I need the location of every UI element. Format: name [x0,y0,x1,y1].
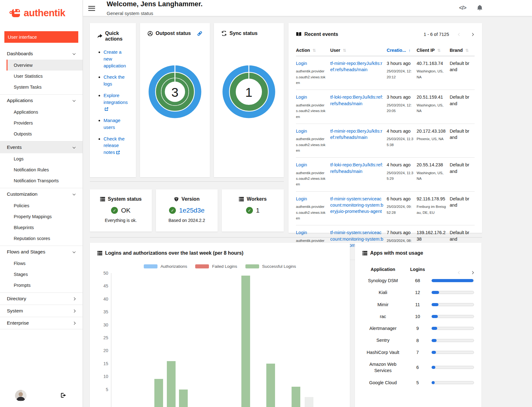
legend-label: Successful Logins [262,264,296,269]
sidebar-item-reputation-scores[interactable]: Reputation scores [0,233,83,244]
event-ip: 139.162.176.238 [417,229,447,242]
hamburger-menu-icon[interactable] [88,5,95,12]
column-header-user[interactable]: User⇅ [330,45,387,56]
sort-icon[interactable]: ⇅ [437,48,441,53]
check-circle-icon: ✓ [246,207,253,214]
previous-page-button[interactable] [457,31,462,38]
sidebar-item-outposts[interactable]: Outposts [0,128,83,139]
event-user-link[interactable]: tf-mimir-system:serviceaccount:monitorin… [330,196,383,214]
event-ip: 20.51.159.41 [417,94,447,100]
sidebar-item-logs[interactable]: Logs [0,153,83,164]
chevron-right-icon [73,297,76,300]
recent-events-title: Recent events [304,32,338,37]
sidebar-item-user-statistics[interactable]: User Statistics [0,71,83,81]
column-header-creatio[interactable]: Creatio...↑ [387,45,417,56]
sidebar-item-blueprints[interactable]: Blueprints [0,222,83,233]
nav-group-events[interactable]: Events [0,141,83,153]
event-action-link[interactable]: Login [296,129,307,134]
next-page-button[interactable] [470,31,475,38]
nav-group-label: Flows and Stages [7,249,45,255]
app-usage-bar-fill [432,315,438,318]
column-header-client-ip[interactable]: Client IP⇅ [417,45,450,56]
link-icon[interactable] [197,31,202,36]
y-tick-label: 40 [97,297,108,302]
event-action-link[interactable]: Login [296,95,307,100]
column-logins: Logins [404,267,432,272]
event-brand-cell: Default brand [450,56,475,90]
sidebar-nav: DashboardsOverviewUser StatisticsSystem … [0,48,83,329]
event-user-link[interactable]: tf-mimir-repo:BeryJu/k8s:ref:refs/heads/… [330,61,382,72]
sort-icon[interactable]: ⇅ [312,48,316,53]
app-name: HashiCorp Vault [362,349,404,356]
sidebar-item-notification-transports[interactable]: Notification Transports [0,175,83,186]
quick-action-item: Manage users [104,117,128,131]
workers-title: Workers [247,196,267,202]
sort-asc-icon[interactable]: ↑ [409,48,411,53]
column-label: Brand [450,48,463,53]
event-timestamp: 25/03/2024, 11:35:29 [387,170,414,182]
event-user-cell: tf-loki-repo:BeryJu/k8s:ref:refs/heads/m… [330,90,387,124]
sidebar-item-stages[interactable]: Stages [0,269,83,280]
chart-bar-successful-logins [292,387,300,407]
nav-group-enterprise[interactable]: Enterprise [0,317,83,329]
chevron-right-icon [73,321,76,325]
event-action-cell: Loginauthentik.providers.oauth2.views.to… [296,90,330,124]
sidebar: authentik User interface DashboardsOverv… [0,0,83,407]
event-action-cell: Loginauthentik.providers.oauth2.views.to… [296,56,330,90]
logout-icon[interactable] [61,393,66,399]
apps-usage-row: Sentry8 [362,334,474,346]
api-code-icon[interactable]: </> [459,5,466,11]
nav-group-system[interactable]: System [0,305,83,317]
event-action-link[interactable]: Login [296,230,307,235]
legend-label: Authorizations [161,264,187,269]
event-user-link[interactable]: tf-mimir-repo:BeryJu/k8s:ref:refs/heads/… [330,129,382,140]
chart-bar-successful-logins [266,364,275,407]
sidebar-item-overview[interactable]: Overview [7,60,83,71]
nav-group-label: System [7,308,23,314]
event-user-link[interactable]: tf-loki-repo:BeryJu/k8s:ref:refs/heads/m… [330,162,383,174]
notification-bell-icon[interactable] [477,5,483,11]
quick-action-link-check-the-logs[interactable]: Check the logs [104,74,125,86]
nav-group-flows-and-stages[interactable]: Flows and Stages [0,246,83,258]
app-usage-bar-track [432,291,474,294]
quick-action-link-check-the-release-notes[interactable]: Check the release notes [104,136,125,155]
nav-group-customization[interactable]: Customization [0,188,83,200]
version-value-link[interactable]: 1e25d3e [179,207,205,214]
nav-group-applications[interactable]: Applications [0,95,83,106]
event-action-link[interactable]: Login [296,196,307,201]
sidebar-item-policies[interactable]: Policies [0,200,83,211]
app-usage-bar-track [432,351,474,354]
apps-usage-row: HashiCorp Vault7 [362,346,474,358]
column-header-action[interactable]: Action⇅ [296,45,330,56]
event-action-detail: authentik.providers.oauth2.views.token [296,68,327,86]
sidebar-item-notification-rules[interactable]: Notification Rules [0,164,83,175]
column-label: User [330,48,340,53]
sidebar-item-applications[interactable]: Applications [0,106,83,117]
sidebar-item-system-tasks[interactable]: System Tasks [0,81,83,92]
column-header-brand[interactable]: Brand⇅ [450,45,475,56]
sidebar-item-property-mappings[interactable]: Property Mappings [0,211,83,222]
sort-icon[interactable]: ⇅ [343,48,346,53]
nav-group-dashboards[interactable]: Dashboards [0,48,83,60]
sidebar-item-prompts[interactable]: Prompts [0,280,83,291]
chart-bar-successful-logins [154,379,163,407]
legend-item-failed-logins: Failed Logins [195,264,237,269]
quick-action-link-explore-integrations[interactable]: Explore integrations [104,93,128,112]
event-user-link[interactable]: tf-loki-repo:BeryJu/k8s:ref:refs/heads/m… [330,95,383,106]
nav-group-label: Directory [7,296,26,302]
user-avatar[interactable] [15,390,27,401]
sort-icon[interactable]: ⇅ [465,48,469,53]
sidebar-item-providers[interactable]: Providers [0,117,83,128]
workers-card: Workers ✓ 1 [222,189,284,232]
quick-action-link-manage-users[interactable]: Manage users [104,118,120,130]
event-action-link[interactable]: Login [296,162,307,167]
event-action-link[interactable]: Login [296,61,307,66]
app-usage-bar-track [432,279,474,282]
quick-action-link-create-a-new-application[interactable]: Create a new application [104,49,126,68]
app-name: rac [362,313,404,320]
nav-group-directory[interactable]: Directory [0,293,83,305]
event-action-detail: authentik.providers.oauth2.views.token [296,204,327,221]
app-login-count: 6 [404,365,432,370]
user-interface-button[interactable]: User interface [4,31,78,43]
sidebar-item-flows[interactable]: Flows [0,258,83,269]
